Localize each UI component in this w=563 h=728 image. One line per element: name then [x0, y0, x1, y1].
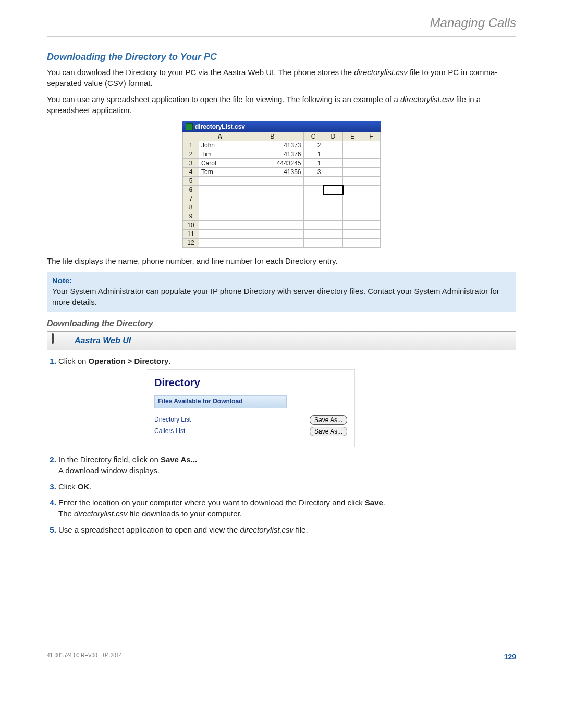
cell: 41376: [241, 150, 303, 159]
cell: [362, 212, 380, 221]
text: Click: [58, 482, 78, 491]
page-footer: 41-001524-00 REV00 – 04.2014 129: [47, 652, 516, 661]
cell: [323, 177, 343, 186]
page-number: 129: [504, 652, 516, 661]
cell: [303, 230, 323, 239]
directory-list-link[interactable]: Directory List: [154, 415, 191, 424]
col-header: F: [362, 132, 380, 141]
row-header: 4: [183, 168, 199, 177]
filename-text: directorylist.csv: [74, 509, 128, 518]
text: The: [58, 509, 74, 518]
text: Enter the location on your computer wher…: [58, 498, 365, 507]
cell: [362, 186, 380, 194]
cell: [323, 212, 343, 221]
spreadsheet-titlebar: directoryList.csv: [182, 121, 381, 132]
cell: [362, 239, 380, 248]
step-2: In the Directory field, click on Save As…: [58, 454, 516, 476]
cell: 3: [303, 168, 323, 177]
cell: 4443245: [241, 159, 303, 168]
cell: Tom: [199, 168, 241, 177]
step-5: Use a spreadsheet application to open an…: [58, 524, 516, 535]
cell: [343, 194, 362, 203]
selected-cell: [323, 186, 343, 194]
after-table-paragraph: The file displays the name, phone number…: [47, 255, 516, 266]
webui-bar: Aastra Web UI: [47, 331, 516, 350]
filename-text: directorylist.csv: [354, 68, 408, 77]
button-label: Save: [365, 498, 383, 507]
cell: [343, 212, 362, 221]
cell: [362, 150, 380, 159]
cell: [323, 239, 343, 248]
cell: [362, 177, 380, 186]
note-text: Your System Administrator can populate y…: [52, 286, 511, 307]
cell: [362, 230, 380, 239]
cell: 2: [303, 141, 323, 150]
col-header: E: [343, 132, 362, 141]
cell: [241, 194, 303, 203]
cell: [362, 203, 380, 212]
row-header: 1: [183, 141, 199, 150]
step-1: Click on Operation > Directory. Director…: [58, 355, 516, 447]
row-header: 10: [183, 221, 199, 230]
directory-section-header: Files Available for Download: [154, 395, 287, 408]
text: You can download the Directory to your P…: [47, 68, 354, 77]
directory-row: Directory List Save As...: [154, 415, 347, 425]
button-label: Save As...: [161, 455, 197, 464]
text: In the Directory field, click on: [58, 455, 161, 464]
cell: [199, 186, 241, 194]
cell: [323, 203, 343, 212]
cell: [241, 177, 303, 186]
ui-path: Operation > Directory: [89, 356, 169, 365]
cell: [241, 221, 303, 230]
text: .: [89, 482, 91, 491]
cell: [362, 221, 380, 230]
saveas-button-directory[interactable]: Save As...: [310, 415, 347, 425]
saveas-button-callers[interactable]: Save As...: [310, 427, 347, 436]
cell: Tim: [199, 150, 241, 159]
footer-doc-id: 41-001524-00 REV00 – 04.2014: [47, 652, 122, 661]
row-header: 8: [183, 203, 199, 212]
cell: [303, 221, 323, 230]
callers-list-link[interactable]: Callers List: [154, 427, 185, 436]
directory-row: Callers List Save As...: [154, 427, 347, 436]
cell: [323, 168, 343, 177]
cell: [323, 150, 343, 159]
cell: [362, 168, 380, 177]
cell: Carol: [199, 159, 241, 168]
cell: [303, 186, 323, 194]
cell: [362, 194, 380, 203]
cell: [343, 168, 362, 177]
row-header: 5: [183, 177, 199, 186]
row-header: 7: [183, 194, 199, 203]
cell: [343, 239, 362, 248]
spreadsheet-grid: A B C D E F 1 John 41373 2 2 Tim 41376 1…: [182, 132, 381, 248]
cell: [343, 141, 362, 150]
cell: [343, 221, 362, 230]
monitor-icon: [52, 334, 68, 348]
cell: [199, 212, 241, 221]
text: You can use any spreadsheet application …: [47, 95, 400, 104]
cell: [362, 141, 380, 150]
col-header: C: [303, 132, 323, 141]
text: Use a spreadsheet application to open an…: [58, 525, 240, 534]
cell: John: [199, 141, 241, 150]
row-header: 11: [183, 230, 199, 239]
page: Managing Calls Downloading the Directory…: [0, 0, 563, 677]
cell: [343, 177, 362, 186]
cell: [343, 203, 362, 212]
cell: [323, 141, 343, 150]
col-header: B: [241, 132, 303, 141]
col-header: D: [323, 132, 343, 141]
step-4: Enter the location on your computer wher…: [58, 497, 516, 519]
webui-label: Aastra Web UI: [75, 336, 131, 346]
page-header-title: Managing Calls: [47, 16, 516, 37]
cell: [241, 203, 303, 212]
row-header: 2: [183, 150, 199, 159]
cell: [303, 239, 323, 248]
text: file downloads to your computer.: [128, 509, 242, 518]
col-header: A: [199, 132, 241, 141]
cell: [303, 194, 323, 203]
cell: [199, 239, 241, 248]
cell: [241, 230, 303, 239]
cell: [199, 221, 241, 230]
